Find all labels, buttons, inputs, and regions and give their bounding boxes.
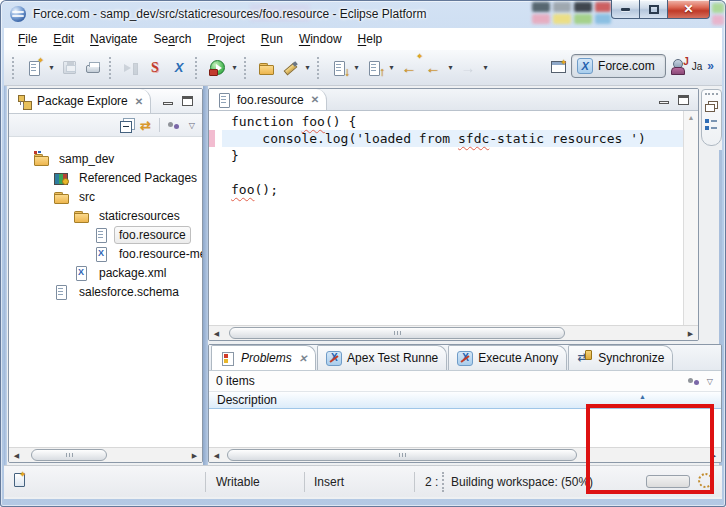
- minimize-button[interactable]: [611, 0, 640, 19]
- view-menu-arrow-icon[interactable]: ▽: [707, 377, 713, 386]
- package-explorer-tab[interactable]: Package Explore ✕: [9, 89, 151, 113]
- close-tab-icon[interactable]: ✕: [299, 353, 307, 364]
- xml-file-icon: [73, 265, 89, 281]
- forward-dropdown-icon[interactable]: ▾: [480, 63, 491, 72]
- view-menu-icon[interactable]: [688, 377, 701, 385]
- close-view-icon[interactable]: ✕: [135, 96, 143, 107]
- tab-execute-anony[interactable]: Execute Anony: [448, 345, 567, 370]
- tree-item-src[interactable]: src: [9, 187, 202, 206]
- close-tab-icon[interactable]: ✕: [311, 94, 319, 105]
- referenced-packages-icon: [53, 170, 69, 186]
- open-perspective-icon[interactable]: ✦: [551, 61, 566, 73]
- perspective-overflow-icon[interactable]: »: [707, 59, 714, 73]
- scroll-right-icon[interactable]: ▶: [187, 448, 202, 463]
- scroll-left-icon[interactable]: ◀: [9, 448, 24, 463]
- tree-item-package-xml[interactable]: package.xml: [9, 263, 202, 282]
- code-line: console.log('loaded from sfdc-static res…: [222, 130, 683, 147]
- previous-annotation-dropdown-icon[interactable]: ▾: [386, 63, 397, 72]
- previous-annotation-button[interactable]: ↑: [362, 56, 386, 80]
- close-button[interactable]: ✕: [668, 0, 710, 19]
- highlight-button[interactable]: [278, 56, 302, 80]
- menu-item-edit[interactable]: Edit: [45, 30, 82, 48]
- link-with-editor-icon[interactable]: ⇄: [140, 118, 151, 133]
- minimize-editor-icon[interactable]: [659, 101, 669, 104]
- tab-label: Problems: [241, 351, 292, 365]
- back-dropdown-icon[interactable]: ▾: [445, 63, 456, 72]
- title-bar[interactable]: Force.com - samp_dev/src/staticresources…: [0, 0, 726, 28]
- scroll-left-icon[interactable]: ◀: [209, 326, 224, 341]
- problems-icon: [220, 351, 236, 366]
- tree-item-salesforce-schema[interactable]: salesforce.schema: [9, 282, 202, 301]
- maximize-view-icon[interactable]: [182, 96, 193, 106]
- save-button[interactable]: [57, 56, 81, 80]
- fast-view-icon[interactable]: ✦: [14, 473, 25, 487]
- package-explorer-hscrollbar[interactable]: ◀ ▶: [9, 447, 202, 462]
- folder-icon: [73, 208, 89, 224]
- menu-item-help[interactable]: Help: [350, 30, 391, 48]
- tree-item-foo-resource[interactable]: foo.resource: [9, 225, 202, 244]
- highlight-dropdown-icon[interactable]: ▾: [302, 63, 313, 72]
- minimize-view-icon[interactable]: [163, 102, 173, 105]
- tree-item-staticresources[interactable]: staticresources: [9, 206, 202, 225]
- project-folder-icon: [33, 151, 49, 167]
- print-button[interactable]: [81, 56, 105, 80]
- run-button[interactable]: [205, 56, 229, 80]
- back-button[interactable]: ←: [421, 56, 445, 80]
- status-separator: [304, 472, 305, 492]
- open-folder-icon: [258, 60, 274, 76]
- tab-label: Apex Test Runne: [347, 351, 438, 365]
- scroll-thumb[interactable]: [229, 327, 565, 339]
- import-button[interactable]: [119, 56, 143, 80]
- menu-item-file[interactable]: File: [10, 30, 45, 48]
- open-resource-button[interactable]: [254, 56, 278, 80]
- new-button[interactable]: ✦: [22, 56, 46, 80]
- scroll-thumb[interactable]: [227, 449, 577, 461]
- menu-item-search[interactable]: Search: [145, 30, 199, 48]
- scroll-left-icon[interactable]: ◀: [209, 448, 224, 463]
- editor-vscrollbar[interactable]: ▲: [683, 111, 698, 325]
- editor-hscrollbar[interactable]: ◀ ▶: [209, 325, 698, 340]
- force-perspective-button[interactable]: X Force.com: [571, 54, 666, 78]
- maximize-editor-icon[interactable]: [678, 95, 689, 105]
- toolbar-grip: [109, 57, 113, 79]
- description-column-label: Description: [217, 393, 277, 407]
- new-dropdown-icon[interactable]: ▾: [46, 63, 57, 72]
- last-edit-location-button[interactable]: ←✦: [397, 56, 421, 80]
- view-menu-icon[interactable]: [168, 121, 181, 129]
- next-annotation-button[interactable]: ↓: [327, 56, 351, 80]
- java-perspective-icon[interactable]: J: [671, 58, 687, 74]
- schema-browser-button[interactable]: S: [143, 56, 167, 80]
- editor-code[interactable]: function foo() { console.log('loaded fro…: [222, 111, 683, 325]
- window-title: Force.com - samp_dev/src/staticresources…: [33, 7, 426, 21]
- restore-button[interactable]: [640, 0, 668, 19]
- view-menu-arrow-icon[interactable]: ▽: [189, 121, 195, 130]
- rail-drag-handle[interactable]: [705, 93, 718, 95]
- menu-item-project[interactable]: Project: [199, 30, 252, 48]
- tree-item-referenced-packages[interactable]: Referenced Packages: [9, 168, 202, 187]
- xml-file-icon: [93, 246, 109, 262]
- forward-button[interactable]: →: [456, 56, 480, 80]
- tab-problems[interactable]: Problems✕: [211, 345, 316, 370]
- outline-view-icon[interactable]: [705, 119, 718, 131]
- tree-item-label: package.xml: [94, 264, 171, 282]
- java-perspective-label[interactable]: Ja: [692, 61, 703, 72]
- editor-tab-foo-resource[interactable]: foo.resource ✕: [209, 89, 327, 110]
- next-annotation-dropdown-icon[interactable]: ▾: [351, 63, 362, 72]
- collapse-all-icon[interactable]: [120, 121, 132, 133]
- menu-item-run[interactable]: Run: [253, 30, 291, 48]
- restore-view-icon[interactable]: [705, 104, 715, 112]
- menu-item-window[interactable]: Window: [291, 30, 350, 48]
- package-explorer-toolbar: ⇄ ▽: [9, 114, 202, 137]
- scroll-up-icon[interactable]: ▲: [688, 114, 695, 121]
- import-icon: [124, 62, 138, 74]
- tree-item-foo-resource-me[interactable]: foo.resource-me: [9, 244, 202, 263]
- run-dropdown-icon[interactable]: ▾: [229, 63, 240, 72]
- tab-synchronize[interactable]: Synchronize: [568, 345, 673, 370]
- scroll-thumb[interactable]: [31, 449, 107, 461]
- tree-item-samp-dev[interactable]: samp_dev: [9, 149, 202, 168]
- tab-apex-test-runne[interactable]: Apex Test Runne: [317, 345, 447, 370]
- menu-item-navigate[interactable]: Navigate: [82, 30, 145, 48]
- scroll-right-icon[interactable]: ▶: [683, 326, 698, 341]
- force-ide-button[interactable]: X: [167, 56, 191, 80]
- package-explorer-tree: samp_devReferenced Packagessrcstaticreso…: [9, 137, 202, 447]
